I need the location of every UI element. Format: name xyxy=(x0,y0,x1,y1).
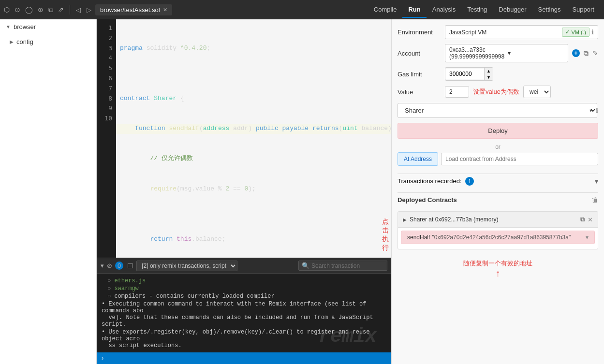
right-panel: Environment JavaScript VM ✓ VM (-) ℹ Acc… xyxy=(391,19,604,364)
deployed-contract: ▶ Sharer at 0x692...77b3a (memory) ⧉ ✕ s… xyxy=(398,211,598,249)
topbar: ⬡ ⊙ ◯ ⊕ ⧉ ⇗ ◁ ▷ browser/testAsset.sol ✕ … xyxy=(0,0,604,19)
remix-logo-icon: ⬡ xyxy=(4,6,10,14)
nav-analysis[interactable]: Analysis xyxy=(427,2,461,18)
editor-body: 12345 678910 pragma solidity ^0.4.20; co… xyxy=(97,19,391,258)
gas-limit-label: Gas limit xyxy=(398,71,441,78)
terminal-line-exec: Executing common command to interact wit… xyxy=(102,301,386,328)
annotation-copy-arrow: ↑ xyxy=(398,268,598,279)
environment-row: Environment JavaScript VM ✓ VM (-) ℹ xyxy=(398,25,598,39)
at-address-button[interactable]: At Address xyxy=(398,152,438,166)
sidebar-item-browser-label: browser xyxy=(14,23,36,30)
deployed-contract-header[interactable]: ▶ Sharer at 0x692...77b3a (memory) ⧉ ✕ xyxy=(398,212,598,228)
topbar-divider xyxy=(70,5,70,15)
copy2-icon[interactable]: ⧉ xyxy=(48,6,53,14)
deploy-section: Sharer ▾ ℹ Deploy or At Address Transact… xyxy=(398,103,598,279)
contract-info-icon[interactable]: ℹ xyxy=(596,107,598,114)
account-dropdown-arrow: ▾ xyxy=(508,50,564,57)
gas-limit-up-btn[interactable]: ▲ xyxy=(484,68,493,74)
terminal: ▾ ⊘ 0 ☐ [2] only remix transactions, scr… xyxy=(97,258,391,364)
gitter-icon[interactable]: ◯ xyxy=(25,6,33,14)
environment-value: JavaScript VM ✓ VM (-) ℹ xyxy=(445,25,598,39)
copy-contract-icon[interactable]: ⧉ xyxy=(580,216,585,223)
line-numbers: 12345 678910 xyxy=(97,19,116,258)
account-dropdown[interactable]: 0xca3...a733c (99.99999999999998 ▾ xyxy=(445,44,568,62)
github-icon[interactable]: ⊙ xyxy=(15,6,20,14)
annotation-copy-text: 随便复制一个有效的地址 xyxy=(398,259,598,268)
remove-contract-icon[interactable]: ✕ xyxy=(588,216,593,223)
nav-settings[interactable]: Settings xyxy=(532,2,566,18)
nav-forward-icon[interactable]: ▷ xyxy=(87,6,91,14)
nav-back-icon[interactable]: ◁ xyxy=(76,6,81,14)
environment-label: Environment xyxy=(398,29,441,36)
transactions-row: Transactions recorded: 1 ▾ xyxy=(398,174,598,189)
terminal-clear-icon[interactable]: ⊘ xyxy=(107,262,112,269)
or-text: or xyxy=(398,144,598,150)
deployed-contract-name: Sharer at 0x692...77b3a (memory) xyxy=(410,216,577,223)
filter-select[interactable]: [2] only remix transactions, script xyxy=(136,261,237,271)
edit-account-icon[interactable]: ✎ xyxy=(592,49,598,57)
trash-icon[interactable]: 🗑 xyxy=(591,196,598,204)
arrow-down-icon: ▼ xyxy=(6,24,11,29)
contract-select-row: Sharer ▾ ℹ xyxy=(398,103,598,118)
account-label: Account xyxy=(398,50,441,57)
terminal-toggle-icon[interactable]: ▾ xyxy=(101,262,104,269)
fn-expand-icon: ▾ xyxy=(586,234,589,241)
transactions-label: Transactions recorded: 1 xyxy=(398,177,474,186)
search-bar: 🔍 xyxy=(298,261,387,271)
link-icon[interactable]: ⇗ xyxy=(58,6,64,14)
deployed-contract-arrow: ▶ xyxy=(403,217,407,222)
terminal-line-ethers: ethers.js xyxy=(107,277,386,284)
nav-support[interactable]: Support xyxy=(566,2,600,18)
sendhalf-function-button[interactable]: sendHalf "0x692a70d2e424a56d2c6c27aa97d1… xyxy=(401,231,595,244)
gas-limit-input[interactable] xyxy=(445,69,484,79)
sidebar-item-config[interactable]: ▶ config xyxy=(0,34,96,49)
account-value: 0xca3...a733c (99.99999999999998 xyxy=(449,46,506,60)
environment-info-icon[interactable]: ℹ xyxy=(591,29,594,36)
nav-debugger[interactable]: Debugger xyxy=(493,2,532,18)
terminal-badge: 0 xyxy=(115,262,123,270)
terminal-body[interactable]: ethers.js swarmgw compilers - contains c… xyxy=(97,274,391,352)
value-label: Value xyxy=(398,88,441,96)
close-tab-icon[interactable]: ✕ xyxy=(163,7,167,13)
annotation-area: 随便复制一个有效的地址 ↑ xyxy=(398,259,598,279)
deployed-contract-body: sendHalf "0x692a70d2e424a56d2c6c27aa97d1… xyxy=(398,228,598,249)
add-account-button[interactable]: + xyxy=(572,49,580,57)
deployed-label: Deployed Contracts xyxy=(398,196,457,204)
value-unit-select[interactable]: wei xyxy=(523,86,551,98)
terminal-toolbar: ▾ ⊘ 0 ☐ [2] only remix transactions, scr… xyxy=(97,258,391,274)
gas-limit-down-btn[interactable]: ▼ xyxy=(484,74,493,80)
tx-count-badge: 1 xyxy=(465,177,474,186)
settings2-icon[interactable]: ⊕ xyxy=(38,6,44,14)
vm-checkmark: ✓ xyxy=(565,29,570,35)
nav-compile[interactable]: Compile xyxy=(368,2,403,18)
copy-account-icon[interactable]: ⧉ xyxy=(584,49,589,58)
terminal-line-swarmgw: swarmgw xyxy=(107,285,386,292)
terminal-footer[interactable]: › xyxy=(97,352,391,364)
at-address-input[interactable] xyxy=(441,153,598,165)
value-row: Value 设置value为偶数 wei xyxy=(398,86,598,98)
gas-limit-spinner-btns: ▲ ▼ xyxy=(484,68,493,80)
filename-text: browser/testAsset.sol xyxy=(100,6,160,14)
terminal-prompt-icon: › xyxy=(102,355,103,362)
deploy-button[interactable]: Deploy xyxy=(398,123,598,139)
nav-testing[interactable]: Testing xyxy=(461,2,493,18)
gas-limit-row: Gas limit ▲ ▼ xyxy=(398,67,598,81)
value-input[interactable] xyxy=(445,86,469,98)
contract-select[interactable]: Sharer xyxy=(398,103,597,118)
account-row: Account 0xca3...a733c (99.99999999999998… xyxy=(398,44,598,62)
editor-wrapper: 12345 678910 pragma solidity ^0.4.20; co… xyxy=(97,19,391,364)
code-content[interactable]: pragma solidity ^0.4.20; contract Sharer… xyxy=(116,19,391,258)
search-icon: 🔍 xyxy=(302,262,309,269)
gas-limit-spinner: ▲ ▼ xyxy=(445,67,493,81)
vm-badge: ✓ VM (-) xyxy=(562,28,589,37)
sidebar-item-browser[interactable]: ▼ browser xyxy=(0,19,96,34)
arrow-right-icon: ▶ xyxy=(10,39,14,44)
sidebar-item-config-label: config xyxy=(16,38,33,45)
checkbox-icon[interactable]: ☐ xyxy=(127,262,133,270)
fn-value: "0x692a70d2e424a56d2c6c27aa97d1a86395877… xyxy=(432,234,584,241)
main-layout: ▼ browser ▶ config 12345 678910 pragma s… xyxy=(0,19,604,364)
transactions-chevron-icon[interactable]: ▾ xyxy=(595,177,598,185)
deployed-header: Deployed Contracts 🗑 xyxy=(398,192,598,206)
nav-run[interactable]: Run xyxy=(402,2,426,18)
search-input[interactable] xyxy=(311,262,384,269)
